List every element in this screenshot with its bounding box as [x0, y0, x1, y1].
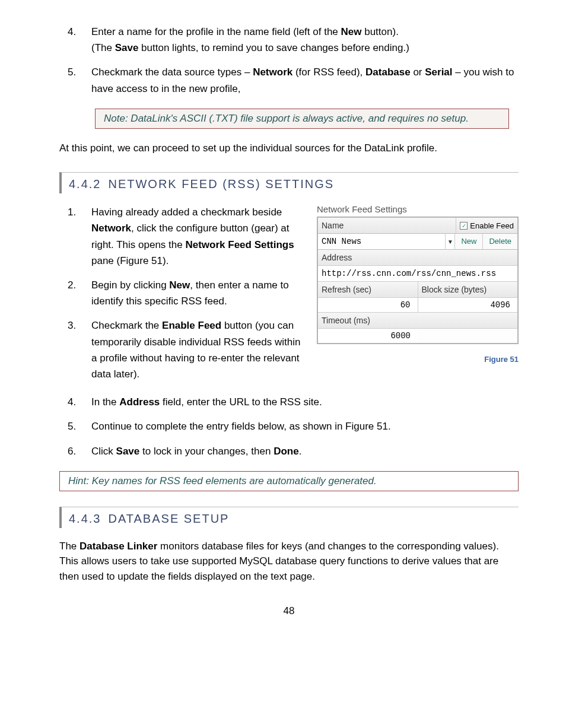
db-para-b1: Database Linker	[80, 541, 157, 552]
rss-s2-t1: Begin by clicking	[91, 279, 169, 291]
step4-bold-new: New	[341, 26, 362, 37]
rss-s1-t3: pane (Figure 51).	[91, 255, 168, 266]
new-button[interactable]: New	[454, 234, 482, 249]
section-443-heading: 4.4.3DATABASE SETUP	[59, 507, 519, 528]
timeout-label: Timeout (ms)	[318, 312, 517, 328]
refresh-field[interactable]: 60	[318, 298, 418, 312]
rss-step-1: Having already added a checkmark beside …	[59, 204, 303, 269]
step5-b3: Serial	[425, 66, 452, 78]
rss-step-6: Click Save to lock in your changes, then…	[59, 443, 519, 459]
figure-caption: Figure 51	[317, 355, 519, 364]
step-5: Checkmark the data source types – Networ…	[59, 64, 519, 96]
empty-cell	[418, 329, 517, 343]
step4-bold-save: Save	[115, 42, 139, 53]
network-feed-settings-panel: Name ✓ Enable Feed CNN News ▼ New Delete…	[317, 217, 519, 344]
rss-s4-t2: field, enter the URL to the RSS site.	[160, 396, 322, 408]
rss-step-2: Begin by clicking New, then enter a name…	[59, 277, 303, 309]
paragraph-proceed: At this point, we can proceed to set up …	[59, 141, 519, 156]
block-size-label: Block size (bytes)	[418, 282, 518, 297]
rss-s6-b1: Save	[116, 446, 140, 457]
section-443-num: 4.4.3	[69, 512, 101, 525]
name-column-header: Name	[318, 218, 456, 233]
feed-name-dropdown[interactable]: CNN News	[318, 234, 445, 249]
rss-step-3: Checkmark the Enable Feed button (you ca…	[59, 317, 303, 382]
settings-panel-title: Network Feed Settings	[317, 204, 519, 217]
step5-t2: (for RSS feed),	[292, 66, 365, 78]
delete-button[interactable]: Delete	[482, 234, 517, 249]
rss-step-5: Continue to complete the entry fields be…	[59, 418, 519, 434]
enable-feed-checkbox[interactable]: ✓ Enable Feed	[456, 218, 517, 233]
rss-s6-t2: to lock in your changes, then	[139, 446, 274, 457]
rss-s1-t1: Having already added a checkmark beside	[91, 206, 282, 218]
step4-line2-a: (The	[91, 42, 115, 53]
database-paragraph: The Database Linker monitors database fi…	[59, 539, 519, 584]
note-box: Note: DataLink's ASCII (.TXT) file suppo…	[95, 109, 509, 129]
enable-feed-label: Enable Feed	[470, 221, 514, 230]
section-443-title: DATABASE SETUP	[108, 512, 229, 525]
step4-text-b: button).	[361, 26, 398, 37]
rss-s6-t3: .	[299, 446, 302, 457]
page-number: 48	[59, 605, 519, 617]
section-442-title: NETWORK FEED (RSS) SETTINGS	[108, 177, 334, 190]
timeout-field[interactable]: 6000	[318, 329, 418, 343]
step5-b1: Network	[253, 66, 292, 78]
rss-s6-t1: Click	[91, 446, 116, 457]
dropdown-arrow-icon[interactable]: ▼	[445, 234, 454, 249]
rss-s3-t1: Checkmark the	[91, 320, 162, 331]
section-442-heading: 4.4.2NETWORK FEED (RSS) SETTINGS	[59, 172, 519, 193]
address-field[interactable]: http://rss.cnn.com/rss/cnn_news.rss	[318, 265, 517, 281]
step4-line2-b: button lights, to remind you to save cha…	[138, 42, 409, 53]
rss-s1-b1: Network	[91, 222, 131, 234]
rss-s4-t1: In the	[91, 396, 119, 408]
refresh-label: Refresh (sec)	[318, 282, 418, 297]
checkbox-icon: ✓	[460, 222, 468, 230]
rss-step-4: In the Address field, enter the URL to t…	[59, 394, 519, 410]
rss-s1-b2: Network Feed Settings	[185, 239, 294, 250]
rss-s3-b1: Enable Feed	[162, 320, 221, 331]
step-4: Enter a name for the profile in the name…	[59, 24, 519, 56]
step4-text-a: Enter a name for the profile in the name…	[91, 26, 341, 37]
step5-t1: Checkmark the data source types –	[91, 66, 253, 78]
rss-s2-b1: New	[169, 279, 190, 291]
db-para-t1: The	[59, 541, 80, 552]
step5-t3: or	[411, 66, 425, 78]
rss-s4-b1: Address	[119, 396, 160, 408]
step5-b2: Database	[365, 66, 411, 78]
block-size-field[interactable]: 4096	[418, 298, 518, 312]
section-442-num: 4.4.2	[69, 177, 101, 190]
address-label: Address	[318, 250, 517, 265]
rss-s5-t1: Continue to complete the entry fields be…	[91, 421, 391, 432]
rss-s6-b2: Done	[274, 446, 299, 457]
hint-box: Hint: Key names for RSS feed elements ar…	[59, 471, 519, 491]
